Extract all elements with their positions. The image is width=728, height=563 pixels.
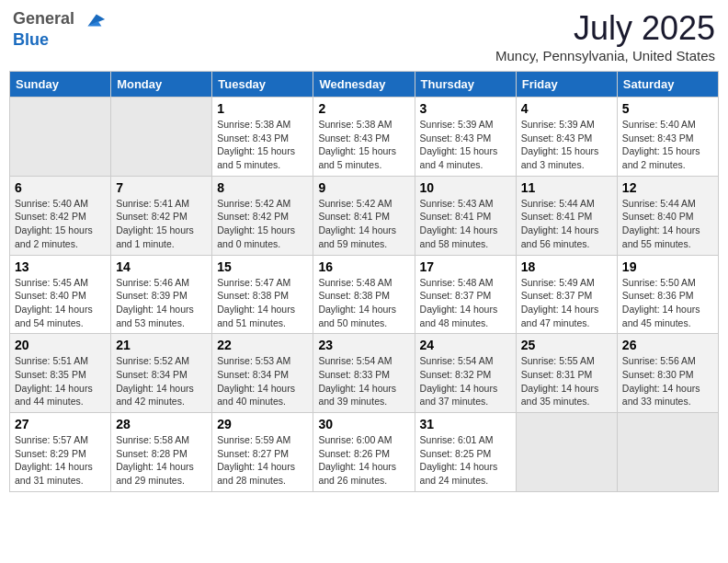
day-number: 1 [217, 101, 308, 116]
day-number: 16 [318, 259, 409, 274]
cell-info: Sunrise: 5:42 AM Sunset: 8:42 PM Dayligh… [217, 197, 308, 251]
day-number: 31 [420, 417, 511, 431]
day-number: 8 [217, 180, 308, 195]
calendar-cell: 16Sunrise: 5:48 AM Sunset: 8:38 PM Dayli… [313, 255, 415, 334]
calendar-cell: 25Sunrise: 5:55 AM Sunset: 8:31 PM Dayli… [516, 334, 617, 413]
cell-info: Sunrise: 5:54 AM Sunset: 8:33 PM Dayligh… [318, 354, 409, 408]
day-number: 5 [622, 101, 713, 116]
cell-info: Sunrise: 5:45 AM Sunset: 8:40 PM Dayligh… [15, 276, 106, 330]
cell-info: Sunrise: 5:39 AM Sunset: 8:43 PM Dayligh… [420, 118, 511, 172]
day-number: 13 [15, 259, 106, 274]
calendar-cell: 24Sunrise: 5:54 AM Sunset: 8:32 PM Dayli… [415, 334, 516, 413]
calendar-cell: 3Sunrise: 5:39 AM Sunset: 8:43 PM Daylig… [415, 98, 516, 177]
day-number: 4 [521, 101, 612, 116]
calendar-cell: 11Sunrise: 5:44 AM Sunset: 8:41 PM Dayli… [516, 176, 617, 255]
calendar-cell [111, 98, 212, 177]
day-number: 3 [420, 101, 511, 116]
cell-info: Sunrise: 5:44 AM Sunset: 8:41 PM Dayligh… [521, 197, 612, 251]
day-number: 21 [116, 338, 207, 352]
cell-info: Sunrise: 5:41 AM Sunset: 8:42 PM Dayligh… [116, 197, 207, 251]
calendar-cell: 6Sunrise: 5:40 AM Sunset: 8:42 PM Daylig… [10, 176, 111, 255]
column-header-tuesday: Tuesday [212, 72, 313, 98]
week-row-5: 27Sunrise: 5:57 AM Sunset: 8:29 PM Dayli… [10, 413, 719, 492]
calendar-cell: 8Sunrise: 5:42 AM Sunset: 8:42 PM Daylig… [212, 176, 313, 255]
calendar-cell: 5Sunrise: 5:40 AM Sunset: 8:43 PM Daylig… [617, 98, 718, 177]
cell-info: Sunrise: 5:42 AM Sunset: 8:41 PM Dayligh… [318, 197, 409, 251]
day-number: 15 [217, 259, 308, 274]
week-row-1: 1Sunrise: 5:38 AM Sunset: 8:43 PM Daylig… [10, 98, 719, 177]
day-number: 18 [521, 259, 612, 274]
column-header-friday: Friday [516, 72, 617, 98]
day-number: 17 [420, 259, 511, 274]
week-row-2: 6Sunrise: 5:40 AM Sunset: 8:42 PM Daylig… [10, 176, 719, 255]
week-row-4: 20Sunrise: 5:51 AM Sunset: 8:35 PM Dayli… [10, 334, 719, 413]
day-number: 23 [318, 338, 409, 352]
cell-info: Sunrise: 5:56 AM Sunset: 8:30 PM Dayligh… [622, 354, 713, 408]
day-number: 28 [116, 417, 207, 431]
column-header-wednesday: Wednesday [313, 72, 415, 98]
calendar-cell: 20Sunrise: 5:51 AM Sunset: 8:35 PM Dayli… [10, 334, 111, 413]
calendar-cell [10, 98, 111, 177]
cell-info: Sunrise: 5:53 AM Sunset: 8:34 PM Dayligh… [217, 354, 308, 408]
logo-general: General [13, 9, 74, 28]
calendar-cell: 12Sunrise: 5:44 AM Sunset: 8:40 PM Dayli… [617, 176, 718, 255]
cell-info: Sunrise: 5:43 AM Sunset: 8:41 PM Dayligh… [420, 197, 511, 251]
day-number: 24 [420, 338, 511, 352]
cell-info: Sunrise: 5:46 AM Sunset: 8:39 PM Dayligh… [116, 276, 207, 330]
cell-info: Sunrise: 5:40 AM Sunset: 8:43 PM Dayligh… [622, 118, 713, 172]
title-section: July 2025 Muncy, Pennsylvania, United St… [495, 9, 715, 63]
cell-info: Sunrise: 5:47 AM Sunset: 8:38 PM Dayligh… [217, 276, 308, 330]
calendar-cell: 26Sunrise: 5:56 AM Sunset: 8:30 PM Dayli… [617, 334, 718, 413]
cell-info: Sunrise: 5:38 AM Sunset: 8:43 PM Dayligh… [318, 118, 409, 172]
cell-info: Sunrise: 5:59 AM Sunset: 8:27 PM Dayligh… [217, 433, 308, 488]
calendar-cell: 29Sunrise: 5:59 AM Sunset: 8:27 PM Dayli… [212, 413, 313, 492]
day-number: 22 [217, 338, 308, 352]
calendar-cell: 17Sunrise: 5:48 AM Sunset: 8:37 PM Dayli… [415, 255, 516, 334]
day-number: 12 [622, 180, 713, 195]
day-number: 14 [116, 259, 207, 274]
calendar-cell: 1Sunrise: 5:38 AM Sunset: 8:43 PM Daylig… [212, 98, 313, 177]
day-number: 9 [318, 180, 409, 195]
calendar-cell: 30Sunrise: 6:00 AM Sunset: 8:26 PM Dayli… [313, 413, 415, 492]
month-year-title: July 2025 [495, 9, 715, 48]
column-header-sunday: Sunday [10, 72, 111, 98]
calendar-cell: 28Sunrise: 5:58 AM Sunset: 8:28 PM Dayli… [111, 413, 212, 492]
logo-bird-icon [81, 10, 107, 30]
calendar-cell: 23Sunrise: 5:54 AM Sunset: 8:33 PM Dayli… [313, 334, 415, 413]
day-number: 29 [217, 417, 308, 431]
page-header: General Blue July 2025 Muncy, Pennsylvan… [9, 9, 719, 63]
day-number: 26 [622, 338, 713, 352]
calendar-cell [516, 413, 617, 492]
logo-blue: Blue [13, 30, 49, 49]
calendar-cell: 13Sunrise: 5:45 AM Sunset: 8:40 PM Dayli… [10, 255, 111, 334]
day-number: 27 [15, 417, 106, 431]
calendar-cell: 4Sunrise: 5:39 AM Sunset: 8:43 PM Daylig… [516, 98, 617, 177]
calendar-cell: 31Sunrise: 6:01 AM Sunset: 8:25 PM Dayli… [415, 413, 516, 492]
cell-info: Sunrise: 5:40 AM Sunset: 8:42 PM Dayligh… [15, 197, 106, 251]
calendar-cell: 18Sunrise: 5:49 AM Sunset: 8:37 PM Dayli… [516, 255, 617, 334]
cell-info: Sunrise: 5:57 AM Sunset: 8:29 PM Dayligh… [15, 433, 106, 488]
calendar-cell [617, 413, 718, 492]
cell-info: Sunrise: 5:49 AM Sunset: 8:37 PM Dayligh… [521, 276, 612, 330]
day-number: 7 [116, 180, 207, 195]
calendar-table: SundayMondayTuesdayWednesdayThursdayFrid… [9, 71, 719, 492]
column-header-monday: Monday [111, 72, 212, 98]
calendar-cell: 14Sunrise: 5:46 AM Sunset: 8:39 PM Dayli… [111, 255, 212, 334]
cell-info: Sunrise: 5:55 AM Sunset: 8:31 PM Dayligh… [521, 354, 612, 408]
calendar-cell: 2Sunrise: 5:38 AM Sunset: 8:43 PM Daylig… [313, 98, 415, 177]
cell-info: Sunrise: 5:44 AM Sunset: 8:40 PM Dayligh… [622, 197, 713, 251]
cell-info: Sunrise: 6:01 AM Sunset: 8:25 PM Dayligh… [420, 433, 511, 488]
calendar-cell: 22Sunrise: 5:53 AM Sunset: 8:34 PM Dayli… [212, 334, 313, 413]
column-header-thursday: Thursday [415, 72, 516, 98]
day-number: 20 [15, 338, 106, 352]
calendar-cell: 19Sunrise: 5:50 AM Sunset: 8:36 PM Dayli… [617, 255, 718, 334]
cell-info: Sunrise: 6:00 AM Sunset: 8:26 PM Dayligh… [318, 433, 409, 488]
logo: General Blue [13, 9, 107, 50]
day-number: 10 [420, 180, 511, 195]
calendar-cell: 7Sunrise: 5:41 AM Sunset: 8:42 PM Daylig… [111, 176, 212, 255]
day-number: 6 [15, 180, 106, 195]
day-number: 2 [318, 101, 409, 116]
cell-info: Sunrise: 5:50 AM Sunset: 8:36 PM Dayligh… [622, 276, 713, 330]
calendar-cell: 21Sunrise: 5:52 AM Sunset: 8:34 PM Dayli… [111, 334, 212, 413]
calendar-cell: 27Sunrise: 5:57 AM Sunset: 8:29 PM Dayli… [10, 413, 111, 492]
